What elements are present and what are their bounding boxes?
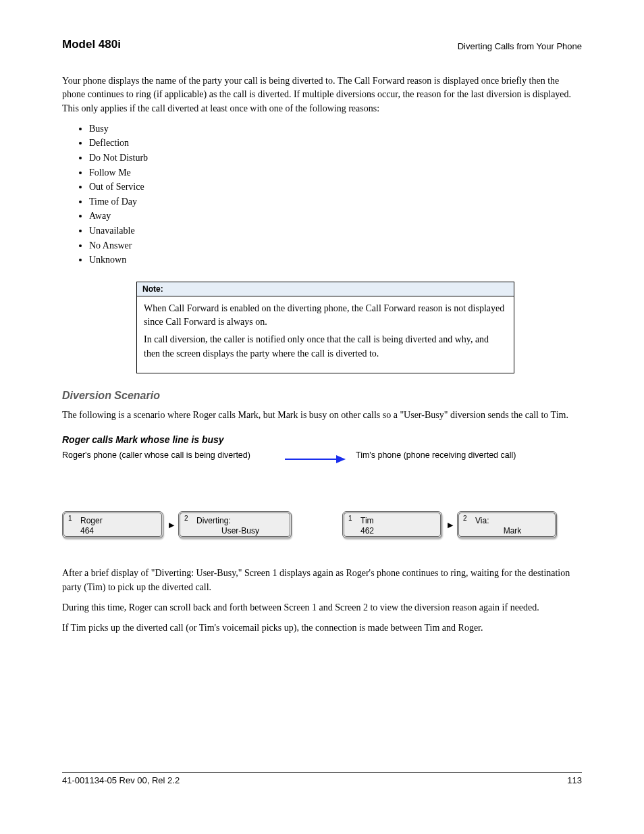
lcd-line: Diverting: bbox=[196, 516, 284, 526]
footer-revision: 41-001134-05 Rev 00, Rel 2.2 bbox=[62, 775, 180, 785]
triangle-right-icon: ▶ bbox=[167, 521, 174, 529]
screen-index: 2 bbox=[184, 515, 188, 523]
phone-label-receiver: Tim's phone (phone receiving diverted ca… bbox=[356, 450, 516, 460]
note-line-2: In call diversion, the caller is notifie… bbox=[144, 333, 507, 361]
page-footer: 41-001134-05 Rev 00, Rel 2.2 113 bbox=[62, 772, 582, 785]
after-para-3: If Tim picks up the diverted call (or Ti… bbox=[62, 621, 582, 635]
reason-item: Away bbox=[89, 209, 582, 223]
reason-item: Do Not Disturb bbox=[89, 151, 582, 165]
page-header: Model 480i Diverting Calls from Your Pho… bbox=[62, 38, 582, 51]
tim-screens: 1 Tim 462 ▶ 2 Via: Mark bbox=[342, 511, 557, 538]
after-para-1: After a brief display of "Diverting: Use… bbox=[62, 567, 582, 594]
note-box: Note: When Call Forward is enabled on th… bbox=[136, 282, 514, 373]
roger-screens: 1 Roger 464 ▶ 2 Diverting: User-Busy bbox=[62, 511, 292, 538]
note-label: Note: bbox=[137, 282, 514, 296]
reason-item: Unknown bbox=[89, 253, 582, 267]
reason-item: Time of Day bbox=[89, 195, 582, 209]
tim-screen-2: 2 Via: Mark bbox=[457, 511, 557, 538]
screen-index: 1 bbox=[68, 515, 72, 523]
note-line-1: When Call Forward is enabled on the dive… bbox=[144, 302, 507, 330]
intro-section: Your phone displays the name of the part… bbox=[62, 74, 582, 267]
reason-item: Unavailable bbox=[89, 224, 582, 238]
phone-label-caller: Roger's phone (caller whose call is bein… bbox=[62, 450, 250, 460]
svg-marker-1 bbox=[336, 455, 346, 463]
reason-item: Out of Service bbox=[89, 180, 582, 194]
lcd-line: 462 bbox=[360, 526, 435, 536]
lcd-line: Tim bbox=[360, 516, 435, 526]
section-title: Diverting Calls from Your Phone bbox=[458, 41, 582, 51]
roger-screen-1: 1 Roger 464 bbox=[62, 511, 163, 538]
model-title: Model 480i bbox=[62, 38, 121, 51]
screen-index: 1 bbox=[348, 515, 352, 523]
lcd-line: Mark bbox=[475, 526, 549, 536]
after-diagram-text: After a brief display of "Diverting: Use… bbox=[62, 567, 582, 635]
scenario-heading: Diversion Scenario bbox=[62, 390, 582, 402]
arrow-icon bbox=[285, 454, 346, 464]
scenario-intro: The following is a scenario where Roger … bbox=[62, 409, 582, 422]
scenario-intro-text: The following is a scenario where Roger … bbox=[62, 409, 582, 422]
scenario-subheading: Roger calls Mark whose line is busy bbox=[62, 434, 582, 445]
lcd-line: Via: bbox=[475, 516, 549, 526]
lcd-row: 1 Roger 464 ▶ 2 Diverting: User-Busy 1 T… bbox=[62, 511, 582, 552]
reason-item: No Answer bbox=[89, 239, 582, 253]
screen-index: 2 bbox=[463, 515, 467, 523]
reason-item: Deflection bbox=[89, 136, 582, 150]
lcd-line: User-Busy bbox=[196, 526, 284, 536]
reason-item: Busy bbox=[89, 122, 582, 136]
intro-paragraph: Your phone displays the name of the part… bbox=[62, 74, 582, 115]
reason-list: Busy Deflection Do Not Disturb Follow Me… bbox=[89, 122, 582, 267]
footer-page-number: 113 bbox=[567, 775, 582, 785]
note-body: When Call Forward is enabled on the dive… bbox=[137, 296, 514, 373]
triangle-right-icon: ▶ bbox=[446, 521, 453, 529]
reason-item: Follow Me bbox=[89, 166, 582, 180]
lcd-line: 464 bbox=[80, 526, 156, 536]
diagram-labels: Roger's phone (caller whose call is bein… bbox=[62, 450, 582, 504]
roger-screen-2: 2 Diverting: User-Busy bbox=[178, 511, 292, 538]
after-para-2: During this time, Roger can scroll back … bbox=[62, 601, 582, 615]
lcd-line: Roger bbox=[80, 516, 156, 526]
tim-screen-1: 1 Tim 462 bbox=[342, 511, 442, 538]
